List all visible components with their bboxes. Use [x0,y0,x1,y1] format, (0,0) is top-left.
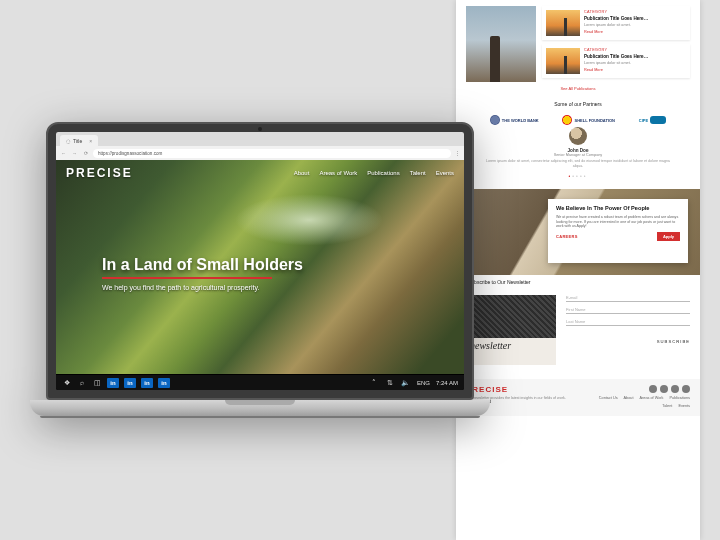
tray-chevron-icon[interactable]: ˄ [369,378,379,388]
publication-tag: Category [584,10,686,15]
search-icon[interactable]: ⌕ [77,378,87,388]
footer-link[interactable]: Talent [662,404,672,408]
footer-link[interactable]: About [624,396,634,400]
close-icon[interactable]: × [89,138,92,144]
browser-toolbar: ← → ⟳ https://prodisgnassociation.com ⋮ [56,146,464,160]
hero-subtitle: We help you find the path to agricultura… [102,283,292,292]
instagram-icon[interactable] [682,385,690,393]
footer-links: Contact Us About Areas of Work Publicati… [583,396,690,408]
first-name-field[interactable]: First Name [566,307,690,314]
publication-tag: Category [584,48,686,53]
hero-section: PRECISE About Areas of Work Publications… [56,160,464,374]
partner-cipe: CIPE [639,116,666,124]
testimonial: John Doe Senior Manager at Company Lorem… [466,127,690,179]
testimonial-text: Lorem ipsum dolor sit amet, consectetur … [482,159,674,169]
publication-thumb [546,10,580,36]
people-title: We Believe In The Power Of People [556,205,680,212]
publications-section: Category Publication Title Goes Here… Lo… [466,6,690,91]
testimonial-role: Senior Manager at Company [482,153,674,157]
newsletter-heading: Subscribe to Our Newsletter [468,279,690,285]
newsletter-section: E-mail First Name Last Name SUBSCRIBE [466,295,690,365]
email-field[interactable]: E-mail [566,295,690,302]
twitter-icon[interactable] [660,385,668,393]
nav-about[interactable]: About [294,170,310,176]
nav-events[interactable]: Events [436,170,454,176]
laptop-screen: ◌ Title × ← → ⟳ https://prodisgnassociat… [56,132,464,390]
people-body: We at precise have created a robust team… [556,215,680,230]
taskbar-app[interactable]: in [158,378,170,388]
shell-icon [562,115,572,125]
start-icon[interactable]: ❖ [62,378,72,388]
publication-title: Publication Title Goes Here… [584,54,686,60]
partner-shell: SHELL FOUNDATION [562,115,615,125]
taskbar-app[interactable]: in [107,378,119,388]
people-section: We Believe In The Power Of People We at … [456,189,700,275]
publication-title: Publication Title Goes Here… [584,16,686,22]
people-card: We Believe In The Power Of People We at … [548,199,688,263]
footer-link[interactable]: Areas of Work [640,396,664,400]
partner-label: THE WORLD BANK [502,118,539,123]
publication-readmore[interactable]: Read More [584,30,686,35]
last-name-field[interactable]: Last Name [566,319,690,326]
laptop-base [30,400,490,416]
publication-readmore[interactable]: Read More [584,68,686,73]
publications-hero-image [466,6,536,82]
partners-heading: Some of our Partners [466,101,690,107]
title-underline [102,277,272,279]
taskbar-app[interactable]: in [141,378,153,388]
careers-link[interactable]: CAREERS [556,234,578,239]
clock[interactable]: 7:24 AM [436,380,458,386]
partner-world-bank: THE WORLD BANK [490,115,539,125]
nav-talent[interactable]: Talent [410,170,426,176]
subscribe-button[interactable]: SUBSCRIBE [657,339,690,344]
partner-label: CIPE [639,118,648,123]
forward-icon[interactable]: → [71,150,78,156]
laptop-foot [40,416,480,418]
wifi-icon[interactable]: ⇅ [385,378,395,388]
url-field[interactable]: https://prodisgnassociation.com [93,149,451,158]
laptop-mockup: ◌ Title × ← → ⟳ https://prodisgnassociat… [46,122,474,418]
back-icon[interactable]: ← [60,150,67,156]
camera-icon [258,127,262,131]
nav-areas[interactable]: Areas of Work [319,170,357,176]
reload-icon[interactable]: ⟳ [82,150,89,156]
browser-tabstrip: ◌ Title × [56,132,464,146]
browser-tab[interactable]: ◌ Title × [60,135,98,146]
website-scroll-strip: Category Publication Title Goes Here… Lo… [456,0,700,540]
publication-thumb [546,48,580,74]
menu-icon[interactable]: ⋮ [455,150,460,156]
newsletter-form: E-mail First Name Last Name SUBSCRIBE [566,295,690,344]
world-bank-icon [490,115,500,125]
facebook-icon[interactable] [649,385,657,393]
globe-icon: ◌ [66,138,70,144]
footer-logo: PRECISE [466,385,573,394]
footer-link[interactable]: Contact Us [599,396,618,400]
site-footer: PRECISE Our newsletter provides the late… [456,379,700,416]
site-navbar: PRECISE About Areas of Work Publications… [56,166,464,180]
publication-card[interactable]: Category Publication Title Goes Here… Lo… [542,6,690,40]
publication-card[interactable]: Category Publication Title Goes Here… Lo… [542,44,690,78]
tab-title: Title [73,138,82,144]
publication-desc: Lorem ipsum dolor sit amet. [584,23,686,28]
apply-button[interactable]: Apply [657,232,680,241]
see-all-publications-link[interactable]: See All Publications [466,86,690,91]
nav-publications[interactable]: Publications [367,170,399,176]
social-icons [583,385,690,393]
language-indicator[interactable]: ENG [417,380,430,386]
newsletter-image [466,295,556,365]
volume-icon[interactable]: 🔈 [401,378,411,388]
windows-taskbar: ❖ ⌕ ◫ in in in in ˄ ⇅ 🔈 ENG 7:24 AM [56,374,464,390]
linkedin-icon[interactable] [671,385,679,393]
brand-logo[interactable]: PRECISE [66,166,133,180]
avatar [569,127,587,145]
carousel-dots[interactable]: ••••• [482,173,674,179]
task-view-icon[interactable]: ◫ [92,378,102,388]
partner-label: SHELL FOUNDATION [574,118,615,123]
partners-section: Some of our Partners THE WORLD BANK SHEL… [466,101,690,179]
footer-link[interactable]: Events [678,404,690,408]
taskbar-app[interactable]: in [124,378,136,388]
hero-title: In a Land of Small Holders [102,256,404,274]
footer-link[interactable]: Publications [670,396,690,400]
publication-desc: Lorem ipsum dolor sit amet. [584,61,686,66]
cipe-icon [650,116,666,124]
